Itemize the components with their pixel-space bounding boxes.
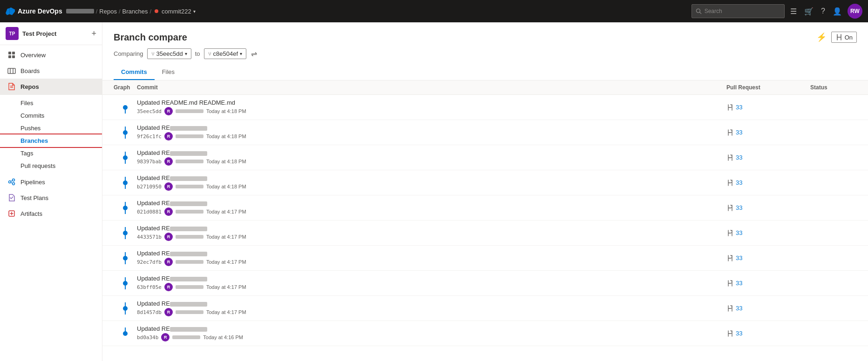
- sidebar-item-pipelines[interactable]: Pipelines: [0, 174, 102, 190]
- sidebar-item-label: Artifacts: [20, 210, 42, 217]
- person-icon[interactable]: 👤: [831, 5, 844, 18]
- sidebar-nav: Overview Boards: [0, 45, 102, 223]
- pr-link[interactable]: 33: [736, 330, 742, 337]
- table-header-row: Graph Commit Pull Request Status: [102, 80, 868, 95]
- tab-files[interactable]: Files: [155, 65, 182, 80]
- commit-hash[interactable]: 021d0881: [137, 209, 162, 215]
- azure-devops-logo[interactable]: Azure DevOps: [6, 7, 62, 16]
- commit-meta: 021d0881 R Today at 4:17 PM: [137, 207, 726, 216]
- commit-hash[interactable]: bd0a34b: [137, 334, 158, 341]
- breadcrumb-project[interactable]: [66, 9, 94, 13]
- commit-message[interactable]: Updated RE: [137, 149, 726, 156]
- pr-link[interactable]: 33: [736, 229, 742, 236]
- graph-node: [123, 256, 128, 261]
- pr-col: 33: [726, 154, 810, 161]
- commit-meta: 8d1457db R Today at 4:17 PM: [137, 308, 726, 316]
- table-row: Updated RE 8d1457db R Today at 4:17 PM 3…: [102, 296, 868, 321]
- pr-link[interactable]: 33: [736, 305, 742, 312]
- sidebar-sub-branches[interactable]: Branches: [0, 134, 102, 147]
- pr-icon: [726, 280, 734, 287]
- sidebar-project[interactable]: TP Test Project +: [0, 22, 102, 45]
- commit-message[interactable]: Updated RE: [137, 225, 726, 232]
- sidebar-item-overview[interactable]: Overview: [0, 47, 102, 63]
- sidebar-sub-pull-requests[interactable]: Pull requests: [0, 160, 102, 172]
- sidebar-sub-commits[interactable]: Commits: [0, 109, 102, 122]
- filter-icon[interactable]: ⚡: [816, 32, 827, 42]
- pr-link[interactable]: 33: [736, 104, 742, 111]
- commit-message[interactable]: Updated RE: [137, 325, 726, 332]
- on-toggle-button[interactable]: On: [831, 32, 857, 43]
- commit-message[interactable]: Updated RE: [137, 300, 726, 307]
- pr-link[interactable]: 33: [736, 154, 742, 161]
- commit-hash[interactable]: 35eec5dd: [137, 108, 162, 114]
- pr-col: 33: [726, 229, 810, 237]
- commit-hash[interactable]: 92ec7dfb: [137, 259, 162, 265]
- sidebar-item-test-plans[interactable]: Test Plans: [0, 190, 102, 206]
- commit-message[interactable]: Updated RE: [137, 174, 726, 181]
- sidebar-item-artifacts[interactable]: Artifacts: [0, 206, 102, 221]
- sidebar-sub-pushes[interactable]: Pushes: [0, 122, 102, 134]
- user-avatar[interactable]: RW: [848, 4, 862, 19]
- sidebar-item-repos[interactable]: Repos: [0, 79, 102, 94]
- to-branch-label: c8e504ef: [213, 50, 238, 57]
- commit-hash[interactable]: 8d1457db: [137, 309, 162, 315]
- add-project-button[interactable]: +: [91, 29, 96, 39]
- pr-link[interactable]: 33: [736, 280, 742, 287]
- svg-rect-7: [8, 68, 15, 74]
- commit-hash[interactable]: b2710950: [137, 184, 162, 190]
- pr-link[interactable]: 33: [736, 204, 742, 211]
- tab-commits[interactable]: Commits: [114, 65, 155, 80]
- pr-link[interactable]: 33: [736, 179, 742, 186]
- topnav-right: ☰ 🛒 ? 👤 RW: [692, 4, 862, 19]
- breadcrumb-repos[interactable]: Repos: [99, 8, 117, 15]
- pr-link[interactable]: 33: [736, 129, 742, 136]
- list-icon[interactable]: ☰: [788, 5, 799, 18]
- repos-subnav: Files Commits Pushes Branches Tags: [0, 94, 102, 174]
- commit-message[interactable]: Updated RE: [137, 275, 726, 282]
- commit-message[interactable]: Updated README.md README.md: [137, 99, 726, 106]
- pr-link[interactable]: 33: [736, 254, 742, 261]
- sidebar-sub-tags[interactable]: Tags: [0, 147, 102, 160]
- commit-time: Today at 4:17 PM: [206, 284, 246, 290]
- store-icon[interactable]: 🛒: [802, 5, 815, 18]
- commit-info: Updated RE 63bff05e R Today at 4:17 PM: [137, 275, 726, 291]
- commit-hash[interactable]: 63bff05e: [137, 284, 162, 290]
- breadcrumb-branches[interactable]: Branches: [122, 8, 148, 15]
- graph-node: [123, 331, 128, 336]
- commit-message[interactable]: Updated RE: [137, 124, 726, 131]
- search-input[interactable]: [705, 8, 780, 14]
- author-name: [176, 134, 203, 138]
- commit-message[interactable]: Updated RE: [137, 200, 726, 207]
- on-toggle-label: On: [845, 34, 853, 41]
- commit-hash[interactable]: 98397bab: [137, 159, 162, 165]
- graph-node: [123, 105, 128, 110]
- graph-col: [114, 331, 137, 336]
- to-branch-selector[interactable]: ⑂ c8e504ef ▾: [204, 48, 247, 59]
- svg-point-13: [13, 179, 15, 181]
- sidebar-item-boards[interactable]: Boards: [0, 63, 102, 79]
- from-branch-selector[interactable]: ⑂ 35eec5dd ▾: [147, 48, 191, 59]
- graph-node: [123, 130, 128, 135]
- commit-message[interactable]: Updated RE: [137, 250, 726, 257]
- commit-hash[interactable]: 4433571b: [137, 234, 162, 240]
- col-commit: Commit: [137, 84, 726, 91]
- sidebar-sub-files[interactable]: Files: [0, 97, 102, 109]
- swap-branches-icon[interactable]: ⇌: [250, 48, 258, 59]
- top-navigation: Azure DevOps / Repos / Branches / commit…: [0, 0, 868, 22]
- boards-icon: [7, 67, 16, 75]
- commit-time: Today at 4:17 PM: [206, 259, 246, 265]
- breadcrumb-commit[interactable]: commit222 ▾: [153, 8, 196, 15]
- graph-col: [114, 180, 137, 185]
- commit-info: Updated RE 98397bab R Today at 4:18 PM: [137, 149, 726, 166]
- page-title: Branch compare: [114, 32, 187, 43]
- author-avatar: R: [164, 107, 173, 115]
- commit-hash[interactable]: 9f26c1fc: [137, 134, 162, 140]
- commit-info: Updated RE bd0a34b R Today at 4:16 PM: [137, 325, 726, 341]
- search-box[interactable]: [692, 4, 785, 18]
- col-graph: Graph: [114, 84, 137, 91]
- author-name: [176, 310, 203, 314]
- help-icon[interactable]: ?: [819, 5, 827, 17]
- main-content: Branch compare ⚡ On Comparing: [102, 22, 868, 361]
- sidebar-item-label: Overview: [20, 52, 46, 59]
- branches-label: Branches: [20, 137, 48, 144]
